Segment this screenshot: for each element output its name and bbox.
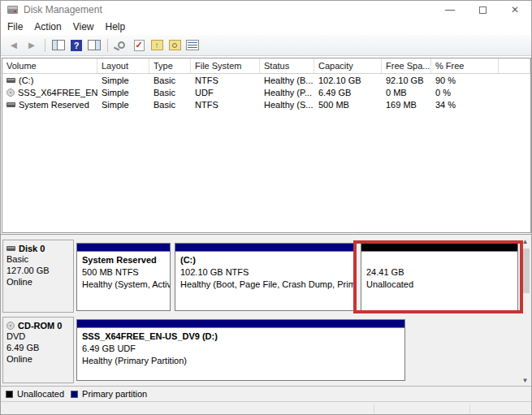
partition-color-bar	[77, 320, 404, 328]
disk-size: 6.49 GB	[6, 342, 70, 353]
maximize-icon	[479, 6, 487, 14]
partition-status: Healthy (System, Activ	[82, 279, 170, 291]
partition-name: System Reserved	[82, 254, 170, 266]
volume-free-space: 0 MB	[382, 88, 431, 97]
column-header-file-system[interactable]: File System	[191, 58, 260, 73]
folder-up-icon: ↑	[151, 40, 163, 50]
menu-action[interactable]: Action	[34, 21, 61, 32]
column-header-filler	[499, 58, 530, 73]
unallocated-swatch	[6, 391, 13, 398]
show-console-tree-button[interactable]	[51, 38, 66, 52]
status-bar-divider	[374, 404, 374, 414]
volume-row-system-reserved[interactable]: System Reserved Simple Basic NTFS Health…	[2, 98, 530, 110]
cdrom0-info-panel[interactable]: CD-ROM 0 DVD 6.49 GB Online	[2, 317, 74, 383]
volume-capacity: 102.10 GB	[314, 76, 382, 85]
partition-unallocated[interactable]: 24.41 GB Unallocated	[361, 243, 518, 311]
show-action-pane-button[interactable]	[87, 38, 102, 52]
window-title: Disk Management	[24, 4, 102, 15]
partition-status: Healthy (Boot, Page File, Crash Dump, Pr…	[180, 279, 356, 291]
volume-file-system: NTFS	[191, 100, 260, 110]
volume-layout: Simple	[97, 88, 149, 97]
column-header-capacity[interactable]: Capacity	[314, 58, 382, 73]
magnifier-tool-button[interactable]	[114, 38, 128, 52]
check-document-button[interactable]: ✓	[132, 38, 146, 52]
partition-size: 500 MB NTFS	[82, 266, 170, 279]
scrollbar-thumb[interactable]	[521, 249, 530, 293]
menu-file[interactable]: File	[7, 21, 23, 32]
volume-name: SSS_X64FREE_EN-...	[18, 88, 97, 97]
column-header-layout[interactable]: Layout	[97, 58, 149, 73]
magnifier-icon	[118, 41, 125, 49]
help-icon: ?	[71, 40, 82, 51]
partition-d-drive[interactable]: SSS_X64FREE_EN-US_DV9 (D:) 6.49 GB UDF H…	[76, 319, 405, 381]
partition-name: (C:)	[180, 254, 356, 266]
volume-capacity: 6.49 GB	[314, 88, 382, 97]
disk0-info-panel[interactable]: Disk 0 Basic 127.00 GB Online	[2, 240, 74, 313]
volume-free-space: 169 MB	[382, 100, 431, 110]
minimize-button[interactable]: —	[434, 1, 466, 19]
cd-icon	[6, 322, 15, 330]
partition-color-bar	[77, 244, 170, 252]
volume-status: Healthy (S...	[260, 100, 314, 110]
disk-size: 127.00 GB	[6, 265, 70, 276]
forward-button[interactable]: ►	[24, 38, 39, 52]
volume-row-c[interactable]: (C:) Simple Basic NTFS Healthy (B... 102…	[2, 74, 530, 86]
properties-icon	[186, 40, 199, 50]
disk-name: Disk 0	[19, 244, 45, 253]
back-button[interactable]: ◄	[6, 38, 21, 52]
partition-size: 102.10 GB NTFS	[180, 266, 356, 279]
column-header-free-space[interactable]: Free Spa...	[382, 58, 431, 73]
toolbar-separator	[45, 39, 45, 52]
volume-type: Basic	[149, 100, 191, 110]
vertical-scrollbar[interactable]: ▲ ▼	[520, 236, 530, 386]
help-button[interactable]: ?	[69, 38, 84, 52]
close-button[interactable]: ✕	[499, 1, 531, 19]
volume-list-header: Volume Layout Type File System Status Ca…	[2, 58, 530, 74]
column-header-type[interactable]: Type	[149, 58, 191, 73]
back-icon: ◄	[9, 40, 19, 50]
disk-management-app-icon	[7, 6, 18, 14]
disk-name: CD-ROM 0	[18, 321, 62, 331]
menu-view[interactable]: View	[73, 21, 94, 32]
volume-row-dvd[interactable]: SSS_X64FREE_EN-... Simple Basic UDF Heal…	[2, 86, 530, 98]
volume-pct-free: 90 %	[431, 76, 499, 85]
disk-volume-icon	[6, 102, 15, 107]
menu-help[interactable]: Help	[106, 21, 126, 32]
partition-name: SSS_X64FREE_EN-US_DV9 (D:)	[82, 331, 404, 343]
disk-type: Basic	[6, 253, 70, 265]
toolbar-separator	[107, 39, 108, 52]
column-header-volume[interactable]: Volume	[2, 58, 97, 73]
partition-size: 6.49 GB UDF	[82, 343, 404, 355]
title-bar: Disk Management — ✕	[1, 1, 531, 19]
forward-icon: ►	[27, 40, 37, 50]
check-document-icon: ✓	[134, 40, 145, 51]
legend-primary-partition: Primary partition	[71, 389, 147, 399]
toolbar: ◄ ► ? ✓ ↑	[1, 35, 531, 56]
folder-search-button[interactable]	[167, 38, 182, 52]
legend-label: Primary partition	[82, 389, 147, 399]
partition-c-drive[interactable]: (C:) 102.10 GB NTFS Healthy (Boot, Page …	[175, 243, 357, 311]
disk-status: Online	[6, 276, 70, 287]
disk-icon	[6, 246, 15, 251]
volume-pct-free: 34 %	[431, 100, 499, 110]
volume-name: System Reserved	[19, 100, 89, 110]
partition-color-bar	[175, 244, 356, 252]
folder-up-button[interactable]: ↑	[149, 38, 164, 52]
scroll-down-icon[interactable]: ▼	[520, 374, 530, 386]
scroll-up-icon[interactable]: ▲	[520, 236, 530, 247]
volume-status: Healthy (P...	[260, 88, 314, 97]
menu-bar: File Action View Help	[1, 19, 531, 35]
maximize-button[interactable]	[466, 1, 499, 19]
console-tree-icon	[52, 40, 65, 50]
volume-status: Healthy (B...	[260, 76, 314, 85]
legend-unallocated: Unallocated	[6, 389, 64, 399]
scrollbar-track[interactable]	[520, 247, 530, 374]
properties-button[interactable]	[185, 38, 200, 52]
volume-type: Basic	[149, 88, 191, 97]
volume-layout: Simple	[97, 76, 149, 85]
partition-status: Unallocated	[366, 279, 517, 291]
column-header-status[interactable]: Status	[260, 58, 314, 73]
status-bar	[1, 401, 531, 415]
partition-system-reserved[interactable]: System Reserved 500 MB NTFS Healthy (Sys…	[76, 243, 171, 311]
column-header-pct-free[interactable]: % Free	[431, 58, 499, 73]
